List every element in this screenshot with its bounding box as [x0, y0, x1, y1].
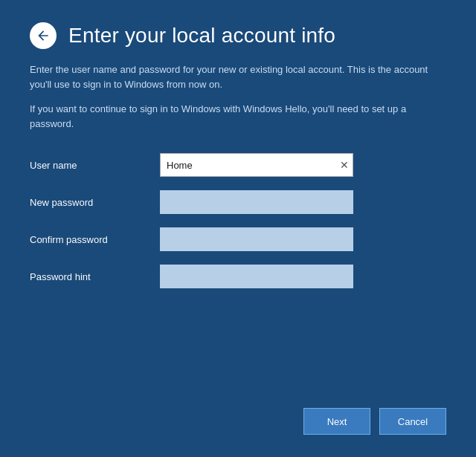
page-title: Enter your local account info	[68, 24, 335, 48]
back-button[interactable]	[30, 22, 57, 49]
cancel-button[interactable]: Cancel	[379, 408, 446, 435]
new-password-input-wrapper	[160, 190, 353, 214]
description-line2: If you want to continue to sign in to Wi…	[30, 102, 446, 131]
password-hint-input-wrapper	[160, 265, 353, 288]
back-arrow-icon	[36, 28, 51, 43]
password-hint-label: Password hint	[30, 271, 160, 282]
username-row: User name ✕	[30, 153, 446, 177]
new-password-label: New password	[30, 197, 160, 208]
main-container: Enter your local account info Enter the …	[0, 0, 476, 457]
confirm-password-input[interactable]	[160, 227, 353, 251]
new-password-row: New password	[30, 190, 446, 214]
confirm-password-row: Confirm password	[30, 227, 446, 251]
password-hint-input[interactable]	[160, 265, 353, 288]
confirm-password-label: Confirm password	[30, 234, 160, 245]
footer: Next Cancel	[30, 393, 446, 435]
clear-username-button[interactable]: ✕	[340, 160, 349, 170]
password-hint-row: Password hint	[30, 265, 446, 288]
confirm-password-input-wrapper	[160, 227, 353, 251]
username-label: User name	[30, 160, 160, 171]
username-input-wrapper: ✕	[160, 153, 353, 177]
header: Enter your local account info	[30, 22, 446, 49]
form-area: User name ✕ New password Confirm passwor…	[30, 153, 446, 393]
next-button[interactable]: Next	[303, 408, 370, 435]
new-password-input[interactable]	[160, 190, 353, 214]
username-input[interactable]	[160, 153, 353, 177]
description-line1: Enter the user name and password for you…	[30, 62, 446, 91]
